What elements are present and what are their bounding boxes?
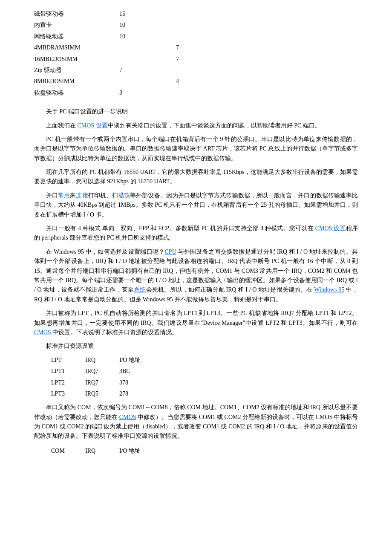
lpt-row-col1: LPT2 [51,378,85,387]
device-name: 4MBDRAMSIMM [34,43,119,52]
cmos-link-4[interactable]: CMOS [119,414,136,420]
device-name: Zip 驱动器 [34,66,119,75]
device-val2: 7 [153,43,179,52]
lpt-header-col2: IRQ [85,356,119,365]
cmos-link-3[interactable]: CMOS [34,329,51,335]
common-use-link[interactable]: 常用 [58,192,70,199]
paragraph-2: PC 机一般带有一个或两个内置串口，每个端口在机箱背后有一个 9 针的公插口。串… [34,135,358,163]
cmos-link-2[interactable]: CMOS 设置 [315,225,346,231]
table-row: 软盘驱动器 3 [34,87,358,98]
com-header-col3: I/O 地址 [119,446,153,456]
lpt-row-col3: 278 [119,389,153,399]
windows95-link[interactable]: Windows 95 [314,286,344,293]
table-row: 网络驱动器 10 [34,31,358,42]
lpt-row-col2: IRQ5 [85,389,119,399]
cpu-link[interactable]: CPU [165,249,176,255]
device-name: 磁带驱动器 [34,9,119,19]
table-row: Zip 驱动器 7 [34,65,358,76]
table-row: 4MBDRAMSIMM 7 [34,42,358,53]
section-title: 关于 PC 端口设置的进一步说明 [34,107,358,116]
device-val1 [119,77,153,86]
table-row: 磁带驱动器 15 [34,9,358,20]
lpt-data-row: LPT1 IRQ7 3BC [51,366,358,377]
device-val1: 10 [119,32,153,41]
system-link[interactable]: 系统 [134,286,146,293]
com-header-col1: COM [51,446,85,456]
lpt-header-col1: LPT [51,356,85,365]
lpt-row-col1: LPT1 [51,367,85,376]
device-val1 [119,55,153,64]
lpt-row-col1: LPT3 [51,389,85,399]
device-val1: 10 [119,20,153,30]
device-table: 磁带驱动器 15 内置卡 10 网络驱动器 10 4MBDRAMSIMM 7 1… [34,9,358,98]
paragraph-7: 并口被称为 LPT，PC 机自动将所检测的并口命名为 LPT1 到 LPT3。一… [34,309,358,337]
lpt-header-col3: I/O 地址 [119,356,153,365]
device-val1: 7 [119,66,153,75]
device-val2: 4 [153,77,179,86]
lpt-table: LPT IRQ I/O 地址 LPT1 IRQ7 3BC LPT2 IRQ7 3… [51,355,358,400]
device-val1: 3 [119,88,153,98]
lpt-row-col2: IRQ7 [85,367,119,376]
paragraph-8: 串口又称为 COM，依次编号为 COM1～COM8，俗称 COM 地址。COM1… [34,403,358,441]
table-row: 16MBEDOSIMM 7 [34,54,358,65]
device-name: 软盘驱动器 [34,88,119,98]
device-val2: 7 [153,55,179,64]
std-lpt-title: 标准并口资源设置 [34,341,358,351]
paragraph-6: 在 Windows 95 中，如何选择及设置端口呢？CPU 与外围设备之间交换数… [34,247,358,304]
lpt-data-row: LPT2 IRQ7 378 [51,377,358,388]
device-name: 8MBEDOSIMM [34,77,119,86]
scanner-link[interactable]: 扫描仪 [112,192,130,199]
device-name: 内置卡 [34,20,119,30]
connect-link[interactable]: 连接 [76,192,88,199]
table-row: 8MBEDOSIMM 4 [34,76,358,87]
lpt-row-col2: IRQ7 [85,378,119,387]
lpt-data-row: LPT3 IRQ5 278 [51,388,358,399]
cmos-link-1[interactable]: CMOS 设置 [78,122,108,129]
paragraph-3: 现在几乎所有的 PC 机都带有 16550 UART，它的最大数据吞吐率是 11… [34,168,358,187]
lpt-row-col3: 3BC [119,367,153,376]
device-val1: 15 [119,9,153,19]
com-header-row: COM IRQ I/O 地址 [51,445,358,457]
com-table: COM IRQ I/O 地址 [51,445,358,457]
table-row: 内置卡 10 [34,20,358,31]
device-val1 [119,43,153,52]
device-name: 16MBEDOSIMM [34,55,119,64]
paragraph-4: 并口常用来连接打印机、扫描仪等外部设备。因为并口是以字节方式传输数据，所以一般而… [34,191,358,220]
paragraph-1: 上面我们在 CMOS 设置中谈到有关端口的设置，下面集中谈谈这方面的问题，以帮助… [34,121,358,130]
com-header-col2: IRQ [85,446,119,456]
device-name: 网络驱动器 [34,32,119,41]
paragraph-5: 并口一般有 4 种模式 单向、双向、EPP 和 ECP。多数新型 PC 机的并口… [34,224,358,243]
lpt-row-col3: 378 [119,378,153,387]
lpt-header-row: LPT IRQ I/O 地址 [51,355,358,366]
